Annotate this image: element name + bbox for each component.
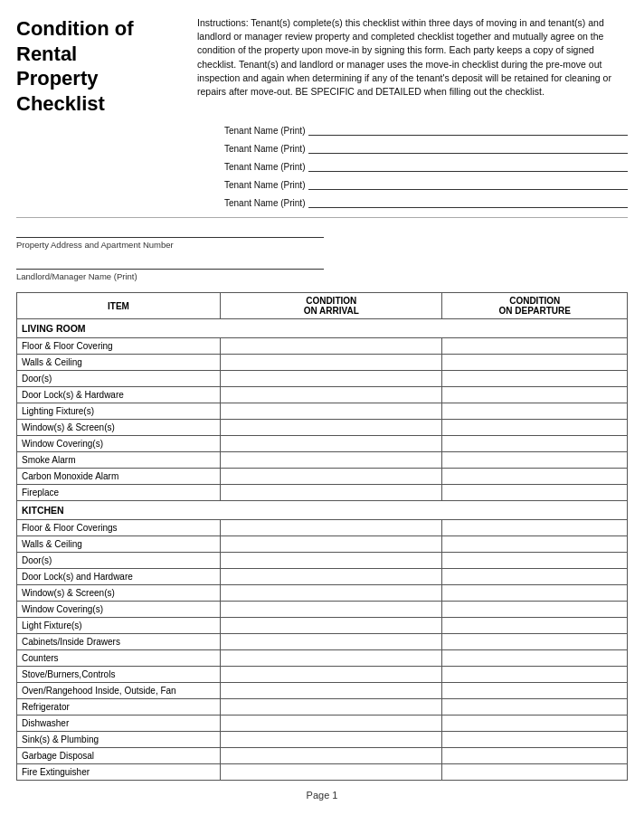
item-cell: Counters (17, 650, 221, 667)
item-cell: Door(s) (17, 371, 221, 387)
item-cell: Walls & Ceiling (17, 355, 221, 371)
departure-cell[interactable] (442, 355, 628, 371)
table-row: Walls & Ceiling (17, 355, 628, 371)
arrival-cell[interactable] (221, 553, 442, 569)
departure-cell[interactable] (442, 716, 628, 732)
departure-cell[interactable] (442, 699, 628, 716)
item-cell: Window(s) & Screen(s) (17, 420, 221, 436)
arrival-cell[interactable] (221, 520, 442, 536)
item-cell: Light Fixture(s) (17, 618, 221, 634)
item-cell: Lighting Fixture(s) (17, 403, 221, 420)
col-header-arrival: CONDITIONON ARRIVAL (221, 293, 442, 319)
tenant-field-row: Tenant Name (Print) (224, 177, 628, 190)
table-row: Floor & Floor Coverings (17, 520, 628, 536)
table-row: Window(s) & Screen(s) (17, 420, 628, 436)
page-number: Page 1 (307, 790, 338, 801)
tenant-line-1 (308, 123, 628, 136)
tenant-field-row: Tenant Name (Print) (224, 123, 628, 136)
checklist-table: ITEM CONDITIONON ARRIVAL CONDITIONON DEP… (16, 292, 628, 781)
departure-cell[interactable] (442, 371, 628, 387)
arrival-cell[interactable] (221, 387, 442, 403)
property-fields: Property Address and Apartment Number La… (16, 217, 628, 281)
departure-cell[interactable] (442, 420, 628, 436)
departure-cell[interactable] (442, 553, 628, 569)
item-cell: Smoke Alarm (17, 452, 221, 469)
departure-cell[interactable] (442, 748, 628, 764)
arrival-cell[interactable] (221, 469, 442, 485)
table-row: Smoke Alarm (17, 452, 628, 469)
departure-cell[interactable] (442, 338, 628, 355)
arrival-cell[interactable] (221, 436, 442, 452)
address-line (16, 225, 324, 238)
arrival-cell[interactable] (221, 699, 442, 716)
arrival-cell[interactable] (221, 355, 442, 371)
arrival-cell[interactable] (221, 748, 442, 764)
departure-cell[interactable] (442, 485, 628, 501)
arrival-cell[interactable] (221, 618, 442, 634)
landlord-label: Landlord/Manager Name (Print) (16, 271, 324, 281)
table-row: Door Lock(s) & Hardware (17, 387, 628, 403)
arrival-cell[interactable] (221, 338, 442, 355)
departure-cell[interactable] (442, 764, 628, 781)
departure-cell[interactable] (442, 387, 628, 403)
tenant-label-3: Tenant Name (Print) (224, 162, 305, 172)
tenant-line-4 (308, 177, 628, 190)
col-header-departure: CONDITIONON DEPARTURE (442, 293, 628, 319)
departure-cell[interactable] (442, 732, 628, 748)
item-cell: Dishwasher (17, 716, 221, 732)
departure-cell[interactable] (442, 585, 628, 602)
header-section: Condition of Rental Property Checklist I… (16, 16, 628, 116)
section-header-row: KITCHEN (17, 501, 628, 520)
tenant-fields: Tenant Name (Print) Tenant Name (Print) … (16, 123, 628, 208)
departure-cell[interactable] (442, 403, 628, 420)
arrival-cell[interactable] (221, 667, 442, 683)
table-row: Refrigerator (17, 699, 628, 716)
departure-cell[interactable] (442, 650, 628, 667)
arrival-cell[interactable] (221, 403, 442, 420)
item-cell: Cabinets/Inside Drawers (17, 634, 221, 650)
departure-cell[interactable] (442, 634, 628, 650)
col-header-item: ITEM (17, 293, 221, 319)
arrival-cell[interactable] (221, 420, 442, 436)
arrival-cell[interactable] (221, 683, 442, 699)
arrival-cell[interactable] (221, 569, 442, 585)
arrival-cell[interactable] (221, 732, 442, 748)
table-row: Fire Extinguisher (17, 764, 628, 781)
departure-cell[interactable] (442, 602, 628, 618)
departure-cell[interactable] (442, 520, 628, 536)
arrival-cell[interactable] (221, 536, 442, 553)
page: Condition of Rental Property Checklist I… (0, 0, 644, 834)
arrival-cell[interactable] (221, 371, 442, 387)
tenant-line-3 (308, 159, 628, 172)
instructions-text: Instructions: Tenant(s) complete(s) this… (197, 16, 628, 116)
departure-cell[interactable] (442, 618, 628, 634)
arrival-cell[interactable] (221, 585, 442, 602)
table-row: Sink(s) & Plumbing (17, 732, 628, 748)
item-cell: Oven/Rangehood Inside, Outside, Fan (17, 683, 221, 699)
item-cell: Door Lock(s) and Hardware (17, 569, 221, 585)
arrival-cell[interactable] (221, 452, 442, 469)
departure-cell[interactable] (442, 436, 628, 452)
departure-cell[interactable] (442, 469, 628, 485)
departure-cell[interactable] (442, 569, 628, 585)
departure-cell[interactable] (442, 452, 628, 469)
arrival-cell[interactable] (221, 634, 442, 650)
arrival-cell[interactable] (221, 602, 442, 618)
departure-cell[interactable] (442, 667, 628, 683)
arrival-cell[interactable] (221, 764, 442, 781)
section-header-row: LIVING ROOM (17, 319, 628, 338)
table-row: Fireplace (17, 485, 628, 501)
departure-cell[interactable] (442, 683, 628, 699)
departure-cell[interactable] (442, 536, 628, 553)
arrival-cell[interactable] (221, 650, 442, 667)
table-row: Light Fixture(s) (17, 618, 628, 634)
table-row: Garbage Disposal (17, 748, 628, 764)
item-cell: Floor & Floor Covering (17, 338, 221, 355)
landlord-line (16, 257, 324, 270)
section-name: KITCHEN (17, 501, 628, 520)
arrival-cell[interactable] (221, 716, 442, 732)
landlord-field: Landlord/Manager Name (Print) (16, 257, 324, 281)
arrival-cell[interactable] (221, 485, 442, 501)
section-name: LIVING ROOM (17, 319, 628, 338)
table-row: Oven/Rangehood Inside, Outside, Fan (17, 683, 628, 699)
